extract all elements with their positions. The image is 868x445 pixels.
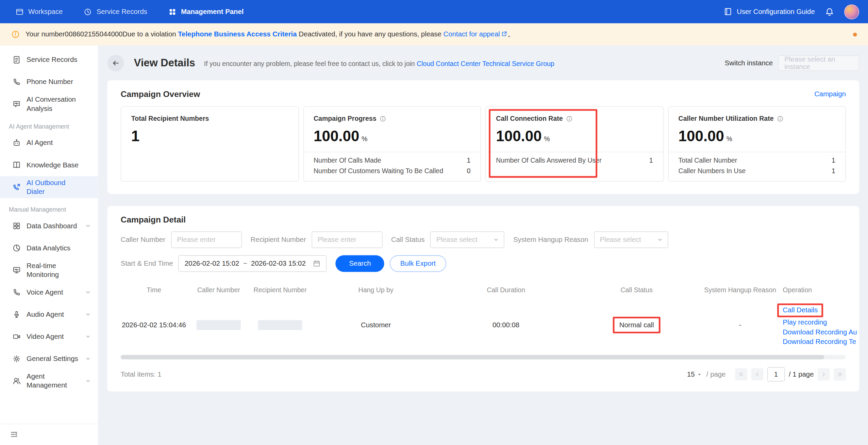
stat-row-value: 1 bbox=[832, 157, 835, 165]
stat-row-label: Number Of Calls Made bbox=[314, 157, 381, 165]
sidebar-item-audio-agent[interactable]: Audio Agent bbox=[0, 303, 98, 326]
stats-row: Total Recipient Numbers 1 Campaign Progr… bbox=[121, 106, 846, 181]
main-content: View Details If you encounter any proble… bbox=[99, 45, 868, 445]
helper-text: If you encounter any problem, please fee… bbox=[204, 60, 554, 68]
nav-tab-workspace[interactable]: Workspace bbox=[16, 7, 63, 16]
instance-select[interactable]: Please select an instance bbox=[778, 55, 859, 71]
sidebar-item-ai-agent[interactable]: AI Agent bbox=[0, 132, 98, 154]
call-details-link[interactable]: Call Details bbox=[783, 306, 818, 314]
sidebar-item-agent-management[interactable]: Agent Management bbox=[0, 370, 98, 392]
book-icon bbox=[12, 161, 21, 169]
info-icon[interactable] bbox=[566, 115, 573, 122]
stat-campaign-progress: Campaign Progress 100.00 % Number Of Cal… bbox=[303, 106, 481, 181]
campaign-link[interactable]: Campaign bbox=[814, 90, 846, 98]
search-button[interactable]: Search bbox=[336, 255, 384, 272]
monitor-icon bbox=[12, 266, 21, 275]
chevron-down-icon bbox=[85, 356, 91, 362]
sidebar-item-phone-number[interactable]: Phone Number bbox=[0, 71, 98, 93]
banner-text: Your number008602155044000Due to a viola… bbox=[26, 30, 515, 39]
scrollbar-thumb[interactable] bbox=[121, 355, 824, 359]
nav-tab-management-panel[interactable]: Management Panel bbox=[168, 7, 244, 16]
collapse-menu-icon bbox=[10, 430, 18, 439]
back-button[interactable] bbox=[107, 55, 124, 71]
stat-title: Campaign Progress bbox=[314, 115, 377, 122]
sidebar-item-voice-agent[interactable]: Voice Agent bbox=[0, 281, 98, 303]
next-page-icon bbox=[820, 371, 827, 378]
stat-unit: % bbox=[726, 135, 732, 143]
sidebar-item-data-analytics[interactable]: Data Analytics bbox=[0, 237, 98, 259]
call-status-value: Normal call bbox=[619, 321, 654, 329]
sidebar-section-manual-management: Manual Management bbox=[0, 198, 98, 215]
cell-recipient-number bbox=[250, 320, 310, 330]
business-access-criteria-link[interactable]: Telephone Business Access Criteria bbox=[178, 30, 297, 38]
stat-value: 100.00 bbox=[679, 128, 724, 145]
sidebar-item-general-settings[interactable]: General Settings bbox=[0, 348, 98, 370]
caller-number-label: Caller Number bbox=[121, 236, 165, 244]
download-recording-text-link[interactable]: Download Recording Te bbox=[783, 337, 846, 347]
video-camera-icon bbox=[12, 332, 21, 341]
external-link-icon bbox=[501, 30, 508, 37]
stat-title: Call Connection Rate bbox=[496, 115, 563, 122]
play-recording-link[interactable]: Play recording bbox=[783, 318, 846, 327]
call-status-select[interactable]: Please select bbox=[430, 231, 504, 248]
sidebar-item-service-records[interactable]: Service Records bbox=[0, 49, 98, 71]
previous-page-button[interactable] bbox=[751, 368, 763, 380]
call-status-placeholder: Please select bbox=[436, 236, 478, 244]
sidebar-item-ai-conversation-analysis[interactable]: AI Conversation Analysis bbox=[0, 93, 98, 115]
sidebar-item-real-time-monitoring[interactable]: Real-time Monitoring bbox=[0, 259, 98, 281]
notification-bell-icon[interactable] bbox=[825, 7, 834, 16]
info-icon[interactable] bbox=[777, 115, 784, 122]
page-size-select[interactable]: 15 bbox=[687, 370, 702, 378]
current-page-input[interactable]: 1 bbox=[767, 367, 785, 381]
download-recording-audio-link[interactable]: Download Recording Au bbox=[783, 328, 846, 337]
nav-tab-label: Workspace bbox=[28, 8, 63, 16]
sidebar-item-video-agent[interactable]: Video Agent bbox=[0, 326, 98, 348]
masked-caller-number bbox=[197, 320, 241, 330]
first-page-icon bbox=[738, 371, 745, 378]
gear-icon bbox=[12, 355, 21, 363]
column-header-call-status: Call Status bbox=[570, 286, 703, 294]
first-page-button[interactable] bbox=[735, 368, 747, 380]
sidebar-item-ai-outbound-dialer[interactable]: AI Outbound Dialer bbox=[0, 176, 98, 198]
hangup-reason-placeholder: Please select bbox=[600, 236, 641, 244]
sidebar-collapse-button[interactable] bbox=[0, 424, 98, 445]
sidebar-item-label: General Settings bbox=[27, 355, 78, 363]
user-configuration-guide-link[interactable]: User Configuration Guide bbox=[723, 7, 815, 16]
call-status-label: Call Status bbox=[391, 236, 424, 244]
last-page-icon bbox=[836, 371, 843, 378]
previous-page-icon bbox=[754, 371, 761, 378]
page-size-value: 15 bbox=[687, 370, 695, 378]
recipient-number-input[interactable] bbox=[312, 231, 382, 248]
technical-service-group-link[interactable]: Cloud Contact Center Technical Service G… bbox=[417, 60, 554, 68]
sidebar-item-label: Phone Number bbox=[27, 78, 73, 86]
horizontal-scrollbar[interactable] bbox=[121, 355, 846, 359]
campaign-overview-card: Campaign Overview Campaign Total Recipie… bbox=[107, 80, 859, 194]
date-range-picker[interactable]: 2026-02-02 15:02 ~ 2026-02-03 15:02 bbox=[179, 255, 327, 272]
sidebar-item-label: Audio Agent bbox=[27, 310, 64, 319]
next-page-button[interactable] bbox=[818, 368, 830, 380]
caret-down-icon bbox=[697, 371, 703, 377]
page-title: View Details bbox=[134, 57, 195, 69]
pagination: 15 / page 1 / 1 page bbox=[687, 367, 846, 381]
info-icon[interactable] bbox=[379, 115, 386, 122]
banner-collapse-dot[interactable] bbox=[853, 32, 857, 36]
sidebar-item-label: AI Agent bbox=[27, 138, 53, 147]
contact-for-appeal-link[interactable]: Contact for appeal bbox=[443, 30, 500, 38]
sidebar-item-label: AI Outbound Dialer bbox=[27, 178, 84, 196]
table-header: Time Caller Number Recipient Number Hang… bbox=[121, 281, 846, 299]
bulk-export-button[interactable]: Bulk Export bbox=[390, 255, 446, 272]
sidebar-item-knowledge-base[interactable]: Knowledge Base bbox=[0, 154, 98, 176]
column-header-time: Time bbox=[121, 286, 187, 294]
caller-number-input[interactable] bbox=[171, 231, 241, 248]
system-hangup-reason-select[interactable]: Please select bbox=[594, 231, 668, 248]
avatar[interactable] bbox=[844, 4, 859, 19]
annotation-box-call-details: Call Details bbox=[777, 303, 823, 317]
nav-tab-service-records[interactable]: Service Records bbox=[84, 7, 147, 16]
last-page-button[interactable] bbox=[834, 368, 846, 380]
stat-title: Total Recipient Numbers bbox=[131, 115, 209, 122]
cell-system-hangup-reason: - bbox=[703, 321, 777, 329]
cell-operations: Call Details Play recording Download Rec… bbox=[777, 303, 846, 347]
sidebar-item-data-dashboard[interactable]: Data Dashboard bbox=[0, 215, 98, 237]
stat-unit: % bbox=[362, 135, 367, 143]
cell-call-status: Normal call bbox=[570, 317, 703, 333]
